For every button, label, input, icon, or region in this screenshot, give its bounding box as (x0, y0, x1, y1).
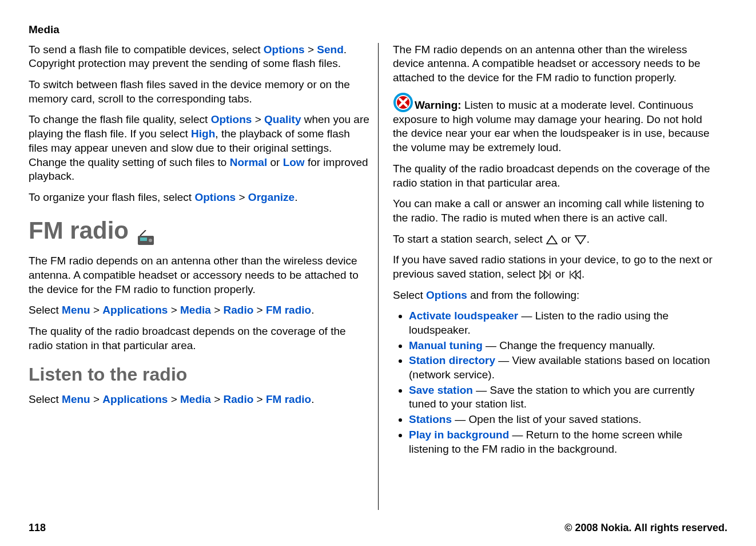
text: To change the flash file quality, select (29, 113, 211, 125)
options-link[interactable]: Options (426, 289, 467, 301)
list-item: Save station — Save the station to which… (409, 383, 716, 412)
text: . (582, 268, 584, 280)
applications-link[interactable]: Applications (102, 393, 168, 405)
text: > (253, 393, 266, 405)
text: — Open the list of your saved stations. (452, 413, 642, 425)
heading-text: FM radio (29, 215, 129, 247)
text: or (558, 233, 574, 245)
svg-line-3 (140, 230, 146, 236)
text: > (253, 304, 266, 316)
text: Select (393, 289, 426, 301)
low-link[interactable]: Low (283, 156, 305, 168)
text: To organize your flash files, select (29, 191, 194, 203)
menu-link[interactable]: Menu (62, 393, 90, 405)
options-link[interactable]: Options (194, 191, 236, 203)
page: Media To send a flash file to compatible… (0, 0, 756, 546)
stations-link[interactable]: Stations (409, 413, 452, 425)
triangle-down-icon (574, 235, 587, 245)
radio-icon (136, 223, 156, 239)
media-link[interactable]: Media (180, 304, 211, 316)
para-quality: To change the flash file quality, select… (29, 113, 369, 183)
right-column: The FM radio depends on an antenna other… (378, 43, 727, 510)
quality-link[interactable]: Quality (264, 113, 301, 125)
text: . (587, 233, 590, 245)
text: > (236, 191, 248, 203)
station-directory-link[interactable]: Station directory (409, 354, 495, 366)
svg-point-2 (149, 239, 152, 242)
svg-marker-7 (547, 236, 557, 244)
text: — Change the frequency manually. (483, 339, 655, 351)
heading-listen: Listen to the radio (29, 363, 369, 387)
para-switch-tabs: To switch between flash files saved in t… (29, 78, 369, 106)
skip-forward-icon (539, 270, 552, 280)
text: > (168, 393, 180, 405)
high-link[interactable]: High (191, 128, 215, 140)
text: > (252, 113, 264, 125)
fm-radio-link[interactable]: FM radio (266, 393, 311, 405)
text: . (311, 393, 314, 405)
save-station-link[interactable]: Save station (409, 384, 473, 396)
para-coverage: The quality of the radio broadcast depen… (29, 325, 369, 353)
applications-link[interactable]: Applications (102, 304, 168, 316)
list-item: Manual tuning — Change the frequency man… (409, 339, 716, 353)
heading-fm-radio: FM radio (29, 215, 369, 247)
activate-loudspeaker-link[interactable]: Activate loudspeaker (409, 310, 518, 322)
copyright: © 2008 Nokia. All rights reserved. (564, 521, 727, 535)
radio-link[interactable]: Radio (224, 304, 254, 316)
text: Select (29, 304, 62, 316)
svg-marker-13 (571, 271, 576, 279)
options-link[interactable]: Options (211, 113, 252, 125)
para-antenna-2: The FM radio depends on an antenna other… (393, 43, 716, 85)
text: > (168, 304, 180, 316)
radio-link[interactable]: Radio (224, 393, 254, 405)
triangle-up-icon (546, 235, 558, 245)
text: > (211, 393, 224, 405)
para-nav-listen: Select Menu > Applications > Media > Rad… (29, 393, 369, 407)
text: or (552, 268, 568, 280)
svg-marker-8 (575, 236, 586, 244)
skip-backward-icon (568, 270, 582, 280)
media-link[interactable]: Media (180, 393, 211, 405)
text: . (311, 304, 314, 316)
normal-link[interactable]: Normal (230, 156, 267, 168)
para-antenna: The FM radio depends on an antenna other… (29, 254, 369, 296)
text: To start a station search, select (393, 233, 546, 245)
para-call: You can make a call or answer an incomin… (393, 197, 716, 225)
para-search: To start a station search, select or . (393, 232, 716, 247)
svg-rect-1 (140, 238, 147, 241)
svg-marker-14 (576, 271, 580, 279)
svg-marker-9 (540, 271, 544, 279)
list-item: Station directory — View available stati… (409, 354, 716, 382)
text: Select (29, 393, 62, 405)
organize-link[interactable]: Organize (248, 191, 295, 203)
page-number: 118 (29, 521, 46, 535)
text: or (267, 156, 282, 168)
list-item: Activate loudspeaker — Listen to the rad… (409, 309, 716, 337)
section-header: Media (29, 23, 727, 37)
para-coverage-2: The quality of the radio broadcast depen… (393, 162, 716, 190)
warning-icon (393, 92, 413, 113)
text: To send a flash file to compatible devic… (29, 43, 264, 56)
send-link[interactable]: Send (317, 43, 343, 56)
text: > (305, 43, 317, 56)
menu-link[interactable]: Menu (62, 304, 90, 316)
warning-block: Warning: Listen to music at a moderate l… (393, 92, 716, 155)
svg-marker-10 (544, 271, 549, 279)
para-saved-station: If you have saved radio stations in your… (393, 253, 716, 281)
fm-radio-link[interactable]: FM radio (266, 304, 311, 316)
list-item: Stations — Open the list of your saved s… (409, 413, 716, 427)
para-select-options: Select Options and from the following: (393, 288, 716, 303)
text: . (295, 191, 297, 203)
warning-label: Warning: (415, 99, 464, 111)
list-item: Play in background — Return to the home … (409, 428, 716, 456)
columns: To send a flash file to compatible devic… (29, 43, 727, 510)
text: and from the following: (467, 289, 579, 301)
play-in-background-link[interactable]: Play in background (409, 429, 509, 441)
text: > (211, 304, 224, 316)
para-send-flash: To send a flash file to compatible devic… (29, 43, 369, 71)
para-nav-fm-radio: Select Menu > Applications > Media > Rad… (29, 303, 369, 318)
footer: 118 © 2008 Nokia. All rights reserved. (29, 510, 727, 535)
text: > (90, 304, 103, 316)
manual-tuning-link[interactable]: Manual tuning (409, 339, 483, 351)
options-link[interactable]: Options (264, 43, 305, 56)
